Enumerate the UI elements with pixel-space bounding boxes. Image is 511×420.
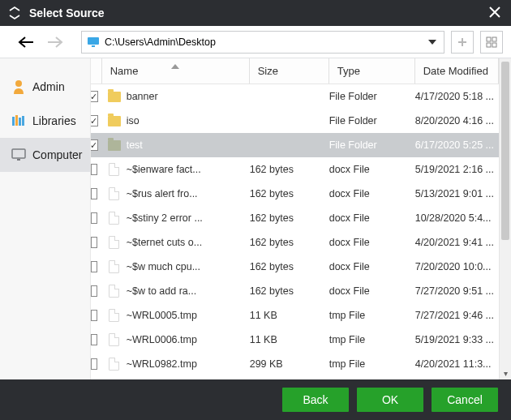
row-checkbox[interactable] — [91, 334, 97, 345]
scrollbar-thumb[interactable] — [501, 62, 509, 240]
app-icon — [6, 5, 23, 21]
file-name: ~$rus alert fro... — [127, 188, 198, 199]
file-name: ~$w to add ra... — [127, 285, 197, 297]
scrollbar-down-icon[interactable]: ▾ — [500, 369, 511, 378]
file-name: iso — [127, 115, 140, 126]
file-size: 11 KB — [250, 334, 329, 345]
file-row[interactable]: ~WRL0005.tmp11 KBtmp File7/27/2021 9:46 … — [91, 303, 499, 328]
row-checkbox[interactable] — [91, 212, 97, 224]
nav-back-button[interactable] — [15, 31, 37, 54]
file-icon — [107, 357, 122, 371]
view-mode-button[interactable] — [480, 31, 503, 54]
file-row[interactable]: isoFile Folder8/20/2020 4:16 ... — [91, 109, 499, 133]
file-name: ~$stiny 2 error ... — [127, 212, 203, 224]
row-checkbox[interactable] — [91, 188, 97, 199]
svg-rect-7 — [492, 37, 496, 41]
svg-rect-8 — [487, 43, 491, 47]
file-date: 10/28/2020 5:4... — [415, 212, 499, 224]
toolbar: C:\Users\Admin\Desktop — [0, 26, 511, 58]
file-list: bannerFile Folder4/17/2020 5:18 ...isoFi… — [91, 84, 499, 379]
column-size[interactable]: Size — [250, 58, 329, 84]
file-row[interactable]: ~$w much cpu...162 bytesdocx File7/20/20… — [91, 255, 499, 279]
column-date-label: Date Modified — [423, 65, 488, 77]
file-row[interactable]: testFile Folder6/17/2020 5:25 ... — [91, 133, 499, 157]
file-date: 5/19/2021 2:16 ... — [415, 164, 499, 175]
file-name: ~$ternet cuts o... — [127, 237, 202, 248]
svg-rect-12 — [15, 115, 18, 126]
file-date: 5/13/2021 9:01 ... — [415, 188, 499, 199]
file-name: ~WRL0006.tmp — [127, 334, 197, 345]
file-type: docx File — [329, 164, 415, 175]
row-checkbox[interactable] — [91, 310, 97, 321]
column-name-label: Name — [110, 65, 139, 77]
cancel-button[interactable]: Cancel — [432, 388, 498, 412]
sidebar-item-label: Computer — [32, 148, 82, 161]
path-dropdown-icon[interactable] — [426, 40, 439, 45]
path-text: C:\Users\Admin\Desktop — [105, 36, 421, 48]
row-checkbox[interactable] — [91, 237, 97, 248]
file-icon — [107, 186, 122, 201]
file-type: File Folder — [329, 115, 415, 126]
row-checkbox[interactable] — [91, 358, 97, 370]
close-button[interactable] — [485, 6, 505, 20]
file-date: 7/20/2020 10:0... — [415, 261, 499, 272]
svg-rect-16 — [17, 159, 20, 161]
file-type: docx File — [329, 188, 415, 199]
column-type[interactable]: Type — [329, 58, 415, 84]
back-button[interactable]: Back — [282, 388, 349, 412]
file-row[interactable]: ~$w to add ra...162 bytesdocx File7/27/2… — [91, 279, 499, 303]
folder-icon — [107, 114, 122, 128]
user-icon — [11, 79, 26, 94]
file-type: tmp File — [329, 334, 415, 345]
file-size: 162 bytes — [250, 237, 329, 248]
row-checkbox[interactable] — [91, 115, 99, 126]
file-date: 6/17/2020 5:25 ... — [415, 139, 499, 151]
sidebar-item-computer[interactable]: Computer — [0, 138, 90, 172]
file-row[interactable]: ~$ienware fact...162 bytesdocx File5/19/… — [91, 157, 499, 182]
file-size: 162 bytes — [250, 164, 329, 175]
library-icon — [11, 114, 26, 128]
file-type: File Folder — [329, 91, 415, 102]
file-row[interactable]: ~WRL0006.tmp11 KBtmp File5/19/2021 9:33 … — [91, 328, 499, 352]
file-row[interactable]: ~$ternet cuts o...162 bytesdocx File4/20… — [91, 230, 499, 255]
row-checkbox[interactable] — [91, 285, 97, 297]
file-size: 162 bytes — [250, 261, 329, 272]
file-size: 162 bytes — [250, 212, 329, 224]
path-bar[interactable]: C:\Users\Admin\Desktop — [81, 31, 444, 54]
row-checkbox[interactable] — [91, 261, 97, 272]
body: AdminLibrariesComputer Name Size Type Da… — [0, 58, 511, 379]
file-name: test — [127, 139, 143, 151]
file-icon — [107, 235, 122, 250]
file-icon — [107, 332, 122, 347]
column-name[interactable]: Name — [102, 58, 250, 84]
file-size: 162 bytes — [250, 188, 329, 199]
sidebar-item-label: Admin — [32, 80, 65, 93]
row-checkbox[interactable] — [91, 164, 97, 175]
scrollbar[interactable]: ▾ — [499, 58, 511, 379]
file-type: tmp File — [329, 358, 415, 370]
column-date[interactable]: Date Modified — [415, 58, 499, 84]
file-row[interactable]: bannerFile Folder4/17/2020 5:18 ... — [91, 84, 499, 109]
nav-forward-button[interactable] — [44, 31, 67, 54]
row-checkbox[interactable] — [91, 139, 99, 151]
file-type: docx File — [329, 212, 415, 224]
ok-button[interactable]: OK — [357, 388, 423, 412]
sidebar-item-libraries[interactable]: Libraries — [0, 104, 90, 138]
file-type: docx File — [329, 285, 415, 297]
file-row[interactable]: ~$rus alert fro...162 bytesdocx File5/13… — [91, 182, 499, 206]
folder-dim-icon — [107, 138, 122, 152]
svg-rect-3 — [92, 45, 95, 47]
file-type: docx File — [329, 237, 415, 248]
file-name: ~$w much cpu... — [127, 261, 200, 272]
new-folder-button[interactable] — [451, 31, 474, 54]
row-checkbox[interactable] — [91, 91, 99, 102]
folder-icon — [107, 89, 122, 104]
sidebar: AdminLibrariesComputer — [0, 58, 91, 379]
sidebar-item-admin[interactable]: Admin — [0, 70, 90, 104]
checkbox-column-header — [91, 58, 102, 84]
file-row[interactable]: ~WRL0982.tmp299 KBtmp File4/20/2021 11:3… — [91, 352, 499, 376]
column-size-label: Size — [258, 65, 278, 77]
file-name: ~WRL0982.tmp — [127, 358, 197, 370]
monitor-icon — [11, 148, 26, 162]
file-row[interactable]: ~$stiny 2 error ...162 bytesdocx File10/… — [91, 206, 499, 230]
